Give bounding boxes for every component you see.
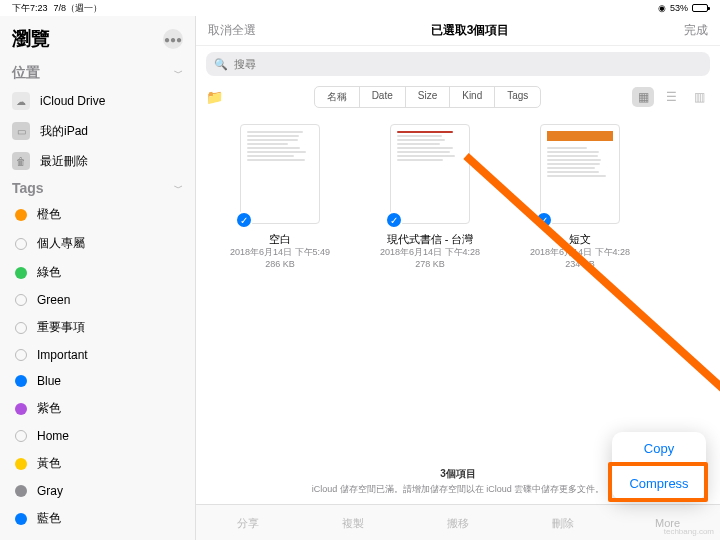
battery-percent: 53%: [670, 3, 688, 13]
sidebar-item-ipad[interactable]: ▭我的iPad: [0, 116, 195, 146]
tag-dot-icon: [15, 513, 27, 525]
locations-header[interactable]: 位置 ﹀: [0, 60, 195, 86]
tag-dot-icon: [15, 375, 27, 387]
file-thumbnail: ✓: [540, 124, 620, 224]
share-button[interactable]: 分享: [196, 505, 301, 540]
copy-button[interactable]: 複製: [301, 505, 406, 540]
file-date: 2018年6月14日 下午4:28: [530, 247, 630, 259]
file-size: 278 KB: [415, 259, 445, 271]
sort-tags[interactable]: Tags: [495, 87, 540, 107]
sidebar-tag-item[interactable]: Home: [0, 423, 195, 449]
sidebar-title: 瀏覽: [12, 26, 50, 52]
sidebar: 瀏覽 ●●● 位置 ﹀ ☁iCloud Drive ▭我的iPad 🗑最近刪除 …: [0, 16, 196, 540]
selection-title: 已選取3個項目: [431, 22, 510, 39]
sidebar-tag-item[interactable]: 重要事項: [0, 313, 195, 342]
check-icon: ✓: [235, 211, 253, 229]
sort-size[interactable]: Size: [406, 87, 450, 107]
sidebar-tag-item[interactable]: 藍色: [0, 504, 195, 533]
column-view-icon[interactable]: ▥: [688, 87, 710, 107]
sidebar-tag-item[interactable]: Gray: [0, 478, 195, 504]
search-icon: 🔍: [214, 58, 228, 71]
tags-header[interactable]: Tags ﹀: [0, 176, 195, 200]
sort-date[interactable]: Date: [360, 87, 406, 107]
tag-dot-icon: [15, 294, 27, 306]
move-button[interactable]: 搬移: [406, 505, 511, 540]
sort-segmented-control[interactable]: 名稱 Date Size Kind Tags: [314, 86, 542, 108]
tag-dot-icon: [15, 349, 27, 361]
file-size: 234 KB: [565, 259, 595, 271]
file-item[interactable]: ✓空白2018年6月14日 下午5:49286 KB: [220, 124, 340, 270]
sidebar-item-icloud[interactable]: ☁iCloud Drive: [0, 86, 195, 116]
search-input[interactable]: [234, 58, 702, 70]
tag-dot-icon: [15, 403, 27, 415]
status-date: 7/8（週一）: [54, 2, 103, 15]
file-date: 2018年6月14日 下午4:28: [380, 247, 480, 259]
tag-dot-icon: [15, 430, 27, 442]
status-time: 下午7:23: [12, 2, 48, 15]
menu-compress[interactable]: Compress: [612, 466, 706, 500]
list-view-icon[interactable]: ☰: [660, 87, 682, 107]
cloud-icon: ☁: [12, 92, 30, 110]
file-item[interactable]: ✓短文2018年6月14日 下午4:28234 KB: [520, 124, 640, 270]
sidebar-tag-item[interactable]: Blue: [0, 368, 195, 394]
grid-view-icon[interactable]: ▦: [632, 87, 654, 107]
file-date: 2018年6月14日 下午5:49: [230, 247, 330, 259]
deselect-all-button[interactable]: 取消全選: [208, 22, 256, 39]
search-bar[interactable]: 🔍: [206, 52, 710, 76]
tag-dot-icon: [15, 485, 27, 497]
main-content: 取消全選 已選取3個項目 完成 🔍 📁 名稱 Date Size Kind Ta…: [196, 16, 720, 540]
sidebar-tag-item[interactable]: 橙色: [0, 200, 195, 229]
sidebar-item-recently-deleted[interactable]: 🗑最近刪除: [0, 146, 195, 176]
tag-dot-icon: [15, 238, 27, 250]
check-icon: ✓: [535, 211, 553, 229]
file-name: 空白: [269, 232, 291, 247]
sidebar-tag-item[interactable]: Important: [0, 342, 195, 368]
tag-dot-icon: [15, 209, 27, 221]
file-item[interactable]: ✓現代式書信 - 台灣2018年6月14日 下午4:28278 KB: [370, 124, 490, 270]
menu-copy[interactable]: Copy: [612, 432, 706, 466]
battery-icon: [692, 4, 708, 12]
check-icon: ✓: [385, 211, 403, 229]
bottom-toolbar: 分享 複製 搬移 刪除 More: [196, 504, 720, 540]
ipad-icon: ▭: [12, 122, 30, 140]
tag-dot-icon: [15, 322, 27, 334]
sort-name[interactable]: 名稱: [315, 87, 360, 107]
tag-dot-icon: [15, 267, 27, 279]
status-bar: 下午7:23 7/8（週一） ◉ 53%: [0, 0, 720, 16]
sidebar-tag-item[interactable]: Green: [0, 287, 195, 313]
file-thumbnail: ✓: [390, 124, 470, 224]
file-name: 現代式書信 - 台灣: [387, 232, 474, 247]
file-size: 286 KB: [265, 259, 295, 271]
sort-kind[interactable]: Kind: [450, 87, 495, 107]
chevron-down-icon: ﹀: [174, 67, 183, 80]
file-grid: ✓空白2018年6月14日 下午5:49286 KB✓現代式書信 - 台灣201…: [196, 112, 720, 282]
done-button[interactable]: 完成: [684, 22, 708, 39]
context-menu: Copy Compress: [612, 432, 706, 500]
file-thumbnail: ✓: [240, 124, 320, 224]
wifi-icon: ◉: [658, 3, 666, 13]
delete-button[interactable]: 刪除: [510, 505, 615, 540]
top-bar: 取消全選 已選取3個項目 完成: [196, 16, 720, 46]
new-folder-icon[interactable]: 📁: [206, 89, 223, 105]
more-icon[interactable]: ●●●: [163, 29, 183, 49]
file-name: 短文: [569, 232, 591, 247]
watermark: techbang.com: [664, 527, 714, 536]
sidebar-tag-item[interactable]: 綠色: [0, 258, 195, 287]
sidebar-tag-item[interactable]: 紫色: [0, 394, 195, 423]
sidebar-tag-item[interactable]: 個人專屬: [0, 229, 195, 258]
trash-icon: 🗑: [12, 152, 30, 170]
sidebar-tag-item[interactable]: 黃色: [0, 449, 195, 478]
tag-dot-icon: [15, 458, 27, 470]
chevron-down-icon: ﹀: [174, 182, 183, 195]
